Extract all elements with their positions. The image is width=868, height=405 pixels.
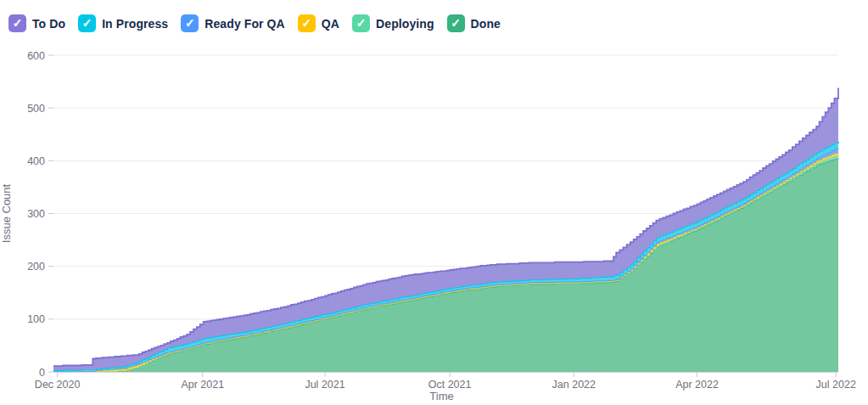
- legend-item-qa[interactable]: ✓ QA: [298, 14, 339, 32]
- legend-item-to-do[interactable]: ✓ To Do: [8, 14, 65, 32]
- x-axis-title: Time: [429, 390, 453, 402]
- y-axis-title: Issue Count: [0, 183, 13, 243]
- y-tick-label: 200: [27, 261, 45, 273]
- area-band-done[interactable]: [53, 158, 838, 372]
- checkbox-deploying: ✓: [352, 14, 370, 32]
- legend-item-in-progress[interactable]: ✓ In Progress: [78, 14, 168, 32]
- legend-label: Deploying: [376, 17, 434, 31]
- cumulative-flow-chart[interactable]: 0100200300400500600Dec 2020Apr 2021Jul 2…: [0, 0, 868, 405]
- legend-label: QA: [322, 17, 339, 31]
- x-tick-label: Jul 2021: [305, 379, 344, 391]
- legend-label: Done: [471, 17, 501, 31]
- y-tick-label: 300: [27, 208, 45, 220]
- y-tick-label: 100: [27, 313, 45, 325]
- checkbox-done: ✓: [447, 14, 465, 32]
- x-tick-label: Apr 2021: [181, 379, 224, 391]
- check-icon: ✓: [451, 17, 461, 29]
- y-tick-label: 600: [27, 50, 45, 62]
- checkbox-ready-for-qa: ✓: [181, 14, 199, 32]
- check-icon: ✓: [185, 17, 195, 29]
- chart-legend: ✓ To Do ✓ In Progress ✓ Ready For QA ✓ Q…: [8, 14, 501, 32]
- checkbox-to-do: ✓: [8, 14, 26, 32]
- legend-label: To Do: [32, 17, 65, 31]
- x-tick-label: Dec 2020: [35, 379, 81, 391]
- x-tick-label: Oct 2021: [428, 379, 472, 391]
- x-tick-label: Apr 2022: [675, 379, 719, 391]
- legend-label: In Progress: [102, 17, 168, 31]
- legend-item-deploying[interactable]: ✓ Deploying: [352, 14, 434, 32]
- check-icon: ✓: [301, 17, 311, 29]
- check-icon: ✓: [82, 17, 92, 29]
- cumulative-flow-page: ✓ To Do ✓ In Progress ✓ Ready For QA ✓ Q…: [0, 0, 868, 405]
- check-icon: ✓: [356, 17, 367, 29]
- check-icon: ✓: [13, 17, 23, 29]
- checkbox-qa: ✓: [298, 14, 316, 32]
- y-tick-label: 400: [27, 155, 45, 167]
- checkbox-in-progress: ✓: [78, 14, 96, 32]
- legend-item-done[interactable]: ✓ Done: [447, 14, 501, 32]
- x-tick-label: Jan 2022: [552, 379, 596, 391]
- legend-item-ready-for-qa[interactable]: ✓ Ready For QA: [181, 14, 285, 32]
- x-tick-label: Jul 2022: [816, 379, 856, 391]
- y-tick-label: 0: [39, 367, 45, 379]
- legend-label: Ready For QA: [204, 17, 285, 31]
- y-tick-label: 500: [27, 103, 45, 115]
